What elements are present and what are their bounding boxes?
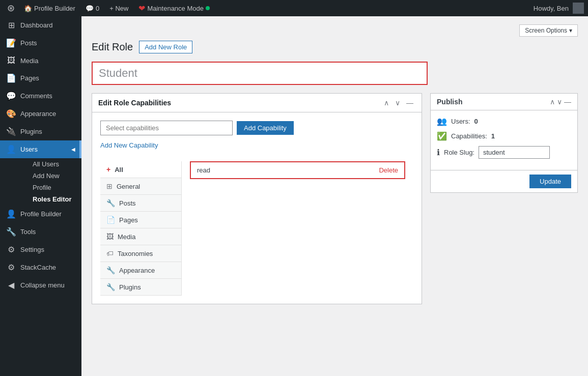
sidebar-item-pages[interactable]: 📄 Pages (0, 69, 81, 87)
collapse-icon: ◀ (6, 280, 16, 290)
capabilities-pub-icon: ✅ (437, 131, 447, 141)
capabilities-select-row: Add Capability (100, 121, 413, 135)
publish-collapse-down-button[interactable]: ∨ (557, 98, 562, 106)
publish-title: Publish (437, 98, 463, 106)
publish-box: Publish ∧ ∨ — 👥 Users: 0 (430, 93, 578, 193)
publish-capabilities-row: ✅ Capabilities: 1 (437, 131, 571, 141)
category-pages[interactable]: 📄 Pages (100, 212, 181, 228)
users-icon: 👤 (6, 144, 16, 154)
publish-role-slug-row: ℹ Role Slug: (437, 146, 571, 159)
sidebar-item-tools[interactable]: 🔧 Tools (0, 223, 81, 241)
site-name-link[interactable]: 🏠 Profile Builder (20, 0, 79, 16)
collapse-down-button[interactable]: ∨ (393, 98, 402, 108)
edit-role-header: Edit Role Add New Role (92, 41, 578, 53)
publish-body: 👥 Users: 0 ✅ Capabilities: 1 ℹ Role Slug… (431, 110, 577, 170)
dashboard-icon: ⊞ (6, 20, 16, 30)
wp-logo-icon[interactable]: ⊛ (4, 3, 18, 14)
settings-icon: ⚙ (6, 245, 16, 254)
add-new-role-button[interactable]: Add New Role (139, 41, 192, 53)
screen-options-arrow-icon: ▾ (569, 27, 572, 34)
publish-collapse-up-button[interactable]: ∧ (550, 98, 555, 106)
capabilities-select[interactable] (100, 121, 233, 135)
categories-list: + All ⊞ General 🔧 Posts (100, 161, 182, 296)
role-slug-info-icon: ℹ (437, 148, 440, 157)
general-icon: ⊞ (106, 182, 113, 190)
top-bar-right: Howdy, Ben (534, 3, 584, 14)
sidebar-item-stackcache[interactable]: ⚙ StackCache (0, 258, 81, 276)
category-all[interactable]: + All (100, 161, 181, 178)
comments-nav-icon: 💬 (6, 91, 16, 101)
layout: ⊞ Dashboard 📝 Posts 🖼 Media 📄 Pages 💬 Co… (0, 16, 588, 376)
sidebar-item-appearance[interactable]: 🎨 Appearance (0, 105, 81, 123)
sidebar-item-posts[interactable]: 📝 Posts (0, 34, 81, 52)
category-appearance[interactable]: 🔧 Appearance (100, 262, 181, 279)
update-button[interactable]: Update (529, 175, 571, 188)
screen-options-button[interactable]: Screen Options ▾ (519, 24, 578, 37)
screen-options-bar: Screen Options ▾ (92, 24, 578, 37)
minimize-button[interactable]: — (404, 98, 415, 108)
sidebar-item-add-new[interactable]: Add New (16, 170, 81, 182)
categories-content: + All ⊞ General 🔧 Posts (100, 161, 413, 296)
category-plugins[interactable]: 🔧 Plugins (100, 279, 181, 296)
capabilities-box-title: Edit Role Capabilities (98, 99, 171, 107)
home-icon: 🏠 (24, 5, 32, 12)
role-slug-input[interactable] (479, 146, 550, 159)
appearance-cat-icon: 🔧 (106, 266, 115, 274)
sidebar-item-all-users[interactable]: All Users (16, 158, 81, 170)
posts-icon: 📝 (6, 38, 16, 48)
capabilities-value: 1 (491, 132, 495, 140)
sidebar-item-media[interactable]: 🖼 Media (0, 52, 81, 69)
sidebar-item-dashboard[interactable]: ⊞ Dashboard (0, 16, 81, 34)
sidebar-item-plugins[interactable]: 🔌 Plugins (0, 123, 81, 140)
posts-cat-icon: 🔧 (106, 199, 115, 207)
stackcache-icon: ⚙ (6, 263, 16, 272)
content-left: Edit Role Capabilities ∧ ∨ — Add Capabil… (92, 93, 422, 312)
content-right: Publish ∧ ∨ — 👥 Users: 0 (430, 93, 578, 312)
users-submenu: All Users Add New Profile Roles Editor (0, 158, 81, 205)
sidebar-item-settings[interactable]: ⚙ Settings (0, 241, 81, 258)
capability-row-read: read Delete (190, 161, 405, 179)
taxonomies-icon: 🏷 (106, 249, 114, 257)
sidebar-item-roles-editor[interactable]: Roles Editor (16, 193, 81, 205)
publish-users-row: 👥 Users: 0 (437, 117, 571, 126)
howdy-text: Howdy, Ben (534, 5, 569, 12)
capability-delete-button[interactable]: Delete (379, 166, 398, 174)
page-title: Edit Role (92, 41, 133, 53)
avatar[interactable] (573, 3, 584, 14)
publish-footer: Update (431, 170, 577, 192)
category-media[interactable]: 🖼 Media (100, 228, 181, 245)
maintenance-icon: ❤ (138, 4, 145, 13)
users-arrow-icon: ◀ (71, 147, 75, 152)
capabilities-box-controls: ∧ ∨ — (382, 98, 415, 108)
maintenance-mode-link[interactable]: ❤ Maintenance Mode (134, 0, 214, 16)
role-name-input[interactable] (92, 62, 428, 85)
sidebar-item-users[interactable]: 👤 Users ◀ (0, 140, 81, 158)
publish-minimize-button[interactable]: — (564, 98, 571, 106)
pages-cat-icon: 📄 (106, 216, 115, 224)
top-bar: ⊛ 🏠 Profile Builder 💬 0 + New ❤ Maintena… (0, 0, 588, 16)
category-taxonomies[interactable]: 🏷 Taxonomies (100, 245, 181, 262)
sidebar-item-profile-builder[interactable]: 👤 Profile Builder (0, 205, 81, 223)
add-capability-button[interactable]: Add Capability (237, 121, 294, 135)
all-plus-icon: + (106, 165, 110, 173)
appearance-icon: 🎨 (6, 109, 16, 119)
users-pub-icon: 👥 (437, 117, 447, 126)
content-area: Edit Role Capabilities ∧ ∨ — Add Capabil… (92, 93, 578, 312)
main-content: Screen Options ▾ Edit Role Add New Role … (81, 16, 588, 376)
add-new-capability-link[interactable]: Add New Capability (100, 141, 158, 149)
sidebar-item-collapse[interactable]: ◀ Collapse menu (0, 276, 81, 294)
publish-controls: ∧ ∨ — (550, 98, 571, 106)
capability-name: read (197, 166, 210, 174)
category-posts[interactable]: 🔧 Posts (100, 195, 181, 212)
plugins-icon: 🔌 (6, 127, 16, 136)
sidebar-item-profile[interactable]: Profile (16, 182, 81, 193)
comments-link[interactable]: 💬 0 (81, 0, 103, 16)
category-general[interactable]: ⊞ General (100, 178, 181, 195)
sidebar-item-comments[interactable]: 💬 Comments (0, 87, 81, 105)
capabilities-box: Edit Role Capabilities ∧ ∨ — Add Capabil… (92, 93, 422, 304)
capabilities-table: read Delete (182, 161, 413, 296)
media-cat-icon: 🖼 (106, 233, 114, 241)
users-value: 0 (474, 118, 478, 125)
new-link[interactable]: + New (105, 0, 132, 16)
collapse-up-button[interactable]: ∧ (382, 98, 391, 108)
